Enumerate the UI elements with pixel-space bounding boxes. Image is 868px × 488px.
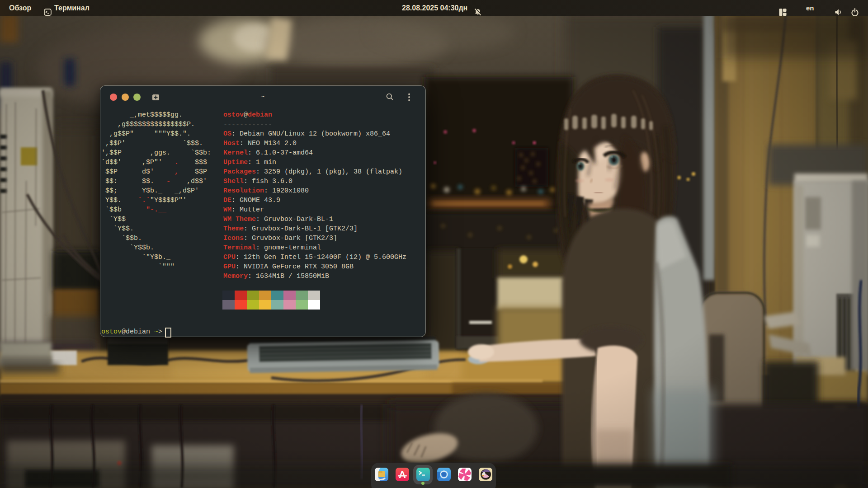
svg-text:A: A (399, 469, 406, 480)
